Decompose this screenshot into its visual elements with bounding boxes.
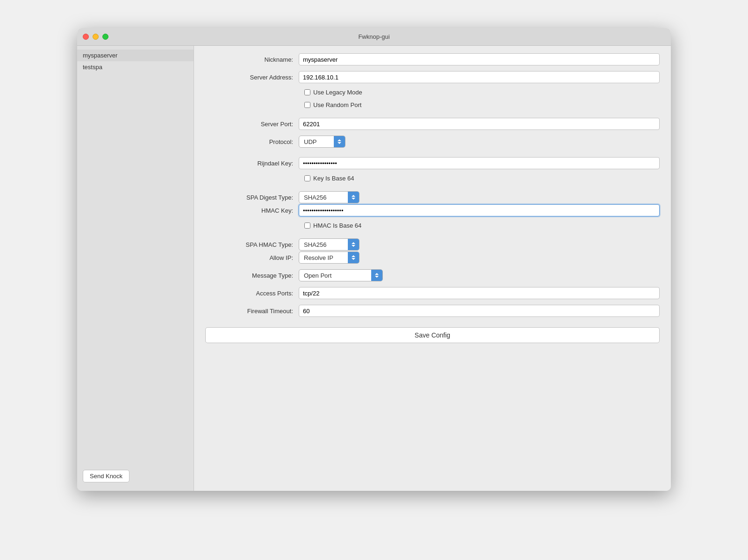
hmac-is-base64-label: HMAC Is Base 64: [313, 222, 361, 229]
window-title: Fwknop-gui: [358, 33, 389, 40]
firewall-timeout-input[interactable]: [299, 305, 660, 317]
protocol-row: Protocol: UDP TCP: [205, 136, 660, 148]
hmac-key-row: HMAC Key:: [205, 204, 660, 216]
rijndael-key-row: Rijndael Key:: [205, 157, 660, 169]
send-knock-button[interactable]: Send Knock: [83, 470, 129, 482]
firewall-timeout-row: Firewall Timeout:: [205, 305, 660, 317]
allow-ip-label: Allow IP:: [205, 254, 299, 261]
access-ports-label: Access Ports:: [205, 290, 299, 297]
sidebar-items-list: myspaserver testspa: [77, 50, 194, 465]
key-is-base64-checkbox[interactable]: [304, 175, 310, 181]
server-address-input[interactable]: [299, 71, 660, 83]
main-window: Fwknop-gui myspaserver testspa Send Knoc…: [77, 28, 671, 491]
message-type-row: Message Type: Open Port Client Timeout N…: [205, 269, 660, 281]
hmac-key-input[interactable]: [299, 204, 660, 216]
rijndael-key-input[interactable]: [299, 157, 660, 169]
spa-digest-select-container: SHA256 MD5 SHA1 SHA384 SHA512: [299, 191, 360, 203]
use-legacy-mode-label: Use Legacy Mode: [313, 89, 362, 96]
sidebar-item-testspa[interactable]: testspa: [77, 61, 194, 73]
minimize-button[interactable]: [93, 34, 99, 40]
nickname-input[interactable]: [299, 53, 660, 65]
sidebar: myspaserver testspa Send Knock: [77, 46, 194, 491]
rijndael-key-label: Rijndael Key:: [205, 160, 299, 167]
protocol-select[interactable]: UDP TCP: [299, 136, 345, 148]
spa-digest-type-row: SPA Digest Type: SHA256 MD5 SHA1 SHA384 …: [205, 191, 660, 203]
allow-ip-row: Allow IP: Resolve IP Enter IP 0.0.0.0: [205, 251, 660, 264]
spa-hmac-select-container: SHA256 MD5 SHA1 SHA384 SHA512: [299, 238, 360, 251]
close-button[interactable]: [83, 34, 89, 40]
titlebar: Fwknop-gui: [77, 28, 671, 46]
maximize-button[interactable]: [102, 34, 108, 40]
nickname-row: Nickname:: [205, 53, 660, 65]
spa-hmac-type-label: SPA HMAC Type:: [205, 241, 299, 248]
sidebar-footer: Send Knock: [77, 465, 194, 487]
legacy-mode-row: Use Legacy Mode: [205, 89, 660, 96]
use-legacy-mode-checkbox[interactable]: [304, 89, 310, 95]
sidebar-item-myspaserver[interactable]: myspaserver: [77, 50, 194, 61]
allow-ip-select-container: Resolve IP Enter IP 0.0.0.0: [299, 251, 360, 264]
server-address-label: Server Address:: [205, 74, 299, 81]
protocol-label: Protocol:: [205, 138, 299, 145]
spa-hmac-type-row: SPA HMAC Type: SHA256 MD5 SHA1 SHA384 SH…: [205, 238, 660, 251]
allow-ip-select[interactable]: Resolve IP Enter IP 0.0.0.0: [299, 251, 360, 264]
use-random-port-checkbox[interactable]: [304, 102, 310, 108]
firewall-timeout-label: Firewall Timeout:: [205, 308, 299, 315]
message-type-label: Message Type:: [205, 272, 299, 279]
server-port-row: Server Port:: [205, 118, 660, 130]
spa-digest-type-label: SPA Digest Type:: [205, 194, 299, 201]
save-config-button[interactable]: Save Config: [205, 327, 660, 343]
traffic-lights: [83, 34, 108, 40]
server-port-input[interactable]: [299, 118, 660, 130]
hmac-base64-row: HMAC Is Base 64: [205, 222, 660, 229]
use-random-port-label: Use Random Port: [313, 101, 361, 108]
access-ports-row: Access Ports:: [205, 287, 660, 299]
server-port-label: Server Port:: [205, 121, 299, 128]
key-is-base64-label: Key Is Base 64: [313, 175, 354, 182]
random-port-row: Use Random Port: [205, 101, 660, 108]
hmac-is-base64-checkbox[interactable]: [304, 223, 310, 229]
nickname-label: Nickname:: [205, 56, 299, 63]
message-type-select[interactable]: Open Port Client Timeout NAT Access Loca…: [299, 269, 383, 281]
main-panel: Nickname: Server Address: Use Legacy Mod…: [194, 46, 671, 491]
protocol-select-container: UDP TCP: [299, 136, 345, 148]
key-base64-row: Key Is Base 64: [205, 175, 660, 182]
spa-digest-select[interactable]: SHA256 MD5 SHA1 SHA384 SHA512: [299, 191, 360, 203]
server-address-row: Server Address:: [205, 71, 660, 83]
message-type-select-container: Open Port Client Timeout NAT Access Loca…: [299, 269, 383, 281]
hmac-key-label: HMAC Key:: [205, 207, 299, 214]
access-ports-input[interactable]: [299, 287, 660, 299]
content-area: myspaserver testspa Send Knock Nickname:…: [77, 46, 671, 491]
spa-hmac-select[interactable]: SHA256 MD5 SHA1 SHA384 SHA512: [299, 238, 360, 251]
